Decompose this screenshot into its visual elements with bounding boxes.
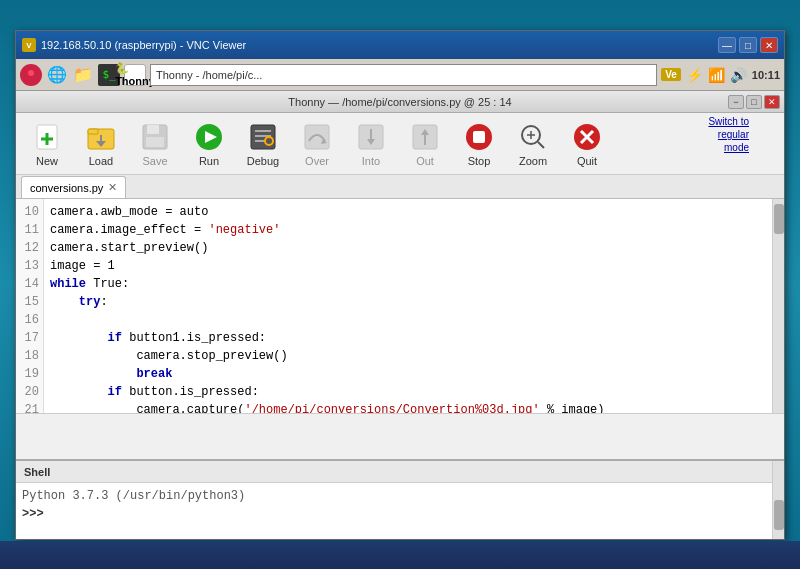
into-icon (355, 121, 387, 153)
code-content: 10 11 12 13 14 15 16 17 18 19 20 21 22 2… (16, 199, 784, 413)
bluetooth-icon: ⚡ (686, 67, 703, 83)
scrollbar-thumb (774, 204, 784, 234)
thonny-maximize-button[interactable]: □ (746, 95, 762, 109)
new-icon (31, 121, 63, 153)
new-label: New (36, 155, 58, 167)
run-icon (193, 121, 225, 153)
into-label: Into (362, 155, 380, 167)
load-button[interactable]: Load (75, 116, 127, 171)
line-numbers: 10 11 12 13 14 15 16 17 18 19 20 21 22 2… (16, 199, 44, 413)
svg-rect-9 (147, 125, 159, 134)
stop-icon (463, 121, 495, 153)
debug-icon (247, 121, 279, 153)
thonny-window: Thonny — /home/pi/conversions.py @ 25 : … (16, 91, 784, 539)
over-button[interactable]: Over (291, 116, 343, 171)
editor-tab-bar: conversions.py ✕ (16, 175, 784, 199)
shell-content[interactable]: Python 3.7.3 (/usr/bin/python3) >>> (16, 483, 784, 527)
save-icon (139, 121, 171, 153)
shell-header: Shell (16, 461, 784, 483)
thonny-close-button[interactable]: ✕ (764, 95, 780, 109)
load-icon (85, 121, 117, 153)
wifi-icon: 📶 (708, 67, 725, 83)
shell-scrollbar[interactable] (772, 461, 784, 539)
shell-prompt: >>> (22, 505, 778, 523)
desktop: V 192.168.50.10 (raspberrypi) - VNC View… (0, 0, 800, 569)
vnc-window-controls: — □ ✕ (718, 37, 778, 53)
quit-button[interactable]: Quit (561, 116, 613, 171)
zoom-icon (517, 121, 549, 153)
vnc-icon: V (22, 38, 36, 52)
svg-line-29 (538, 142, 544, 148)
run-label: Run (199, 155, 219, 167)
svg-rect-10 (146, 137, 164, 147)
over-icon (301, 121, 333, 153)
vnc-minimize-button[interactable]: — (718, 37, 736, 53)
shell-panel: Shell Python 3.7.3 (/usr/bin/python3) >>… (16, 459, 784, 539)
zoom-label: Zoom (519, 155, 547, 167)
vnc-window: V 192.168.50.10 (raspberrypi) - VNC View… (15, 30, 785, 540)
shell-scrollbar-thumb (774, 500, 784, 530)
taskbar (0, 541, 800, 569)
thonny-titlebar: Thonny — /home/pi/conversions.py @ 25 : … (16, 91, 784, 113)
svg-rect-18 (305, 125, 329, 149)
switch-mode-link[interactable]: Switch to regular mode (689, 115, 749, 154)
vnc-title: 192.168.50.10 (raspberrypi) - VNC Viewer (41, 39, 718, 51)
clock: 10:11 (752, 69, 780, 81)
into-button[interactable]: Into (345, 116, 397, 171)
editor-area[interactable]: 10 11 12 13 14 15 16 17 18 19 20 21 22 2… (16, 199, 784, 414)
svg-rect-27 (473, 131, 485, 143)
svg-point-1 (28, 70, 34, 76)
stop-label: Stop (468, 155, 491, 167)
load-label: Load (89, 155, 113, 167)
out-icon (409, 121, 441, 153)
quit-label: Quit (577, 155, 597, 167)
thonny-controls: − □ ✕ (728, 95, 780, 109)
quit-icon (571, 121, 603, 153)
editor-tab[interactable]: conversions.py ✕ (21, 176, 126, 198)
vnc-maximize-button[interactable]: □ (739, 37, 757, 53)
out-button[interactable]: Out (399, 116, 451, 171)
zoom-button[interactable]: Zoom (507, 116, 559, 171)
raspberry-icon (20, 64, 42, 86)
new-button[interactable]: New (21, 116, 73, 171)
tab-close-button[interactable]: ✕ (108, 181, 117, 194)
vnc-right-icons: Ve ⚡ 📶 🔊 10:11 (661, 67, 780, 83)
thonny-icon[interactable]: 🐍 Thonny (124, 64, 146, 86)
debug-button[interactable]: Debug (237, 116, 289, 171)
svg-rect-6 (88, 129, 98, 134)
globe-icon[interactable]: 🌐 (46, 64, 68, 86)
run-button[interactable]: Run (183, 116, 235, 171)
vnc-address-bar[interactable]: Thonny - /home/pi/c... (150, 64, 657, 86)
shell-label: Shell (24, 466, 50, 478)
debug-label: Debug (247, 155, 279, 167)
thonny-title: Thonny — /home/pi/conversions.py @ 25 : … (288, 96, 511, 108)
over-label: Over (305, 155, 329, 167)
vnc-badge: Ve (661, 68, 681, 81)
vnc-titlebar: V 192.168.50.10 (raspberrypi) - VNC View… (16, 31, 784, 59)
folder-icon[interactable]: 📁 (72, 64, 94, 86)
code-editor[interactable]: camera.awb_mode = auto camera.image_effe… (44, 199, 772, 413)
editor-scrollbar[interactable] (772, 199, 784, 413)
stop-button[interactable]: Stop (453, 116, 505, 171)
save-button[interactable]: Save (129, 116, 181, 171)
save-label: Save (142, 155, 167, 167)
out-label: Out (416, 155, 434, 167)
python-version: Python 3.7.3 (/usr/bin/python3) (22, 487, 778, 505)
tab-filename: conversions.py (30, 182, 103, 194)
vnc-close-button[interactable]: ✕ (760, 37, 778, 53)
volume-icon: 🔊 (730, 67, 747, 83)
thonny-minimize-button[interactable]: − (728, 95, 744, 109)
vnc-toolbar: 🌐 📁 $_ 🐍 Thonny Thonny - /home/pi/c... V… (16, 59, 784, 91)
thonny-toolbar: New Load (16, 113, 784, 175)
